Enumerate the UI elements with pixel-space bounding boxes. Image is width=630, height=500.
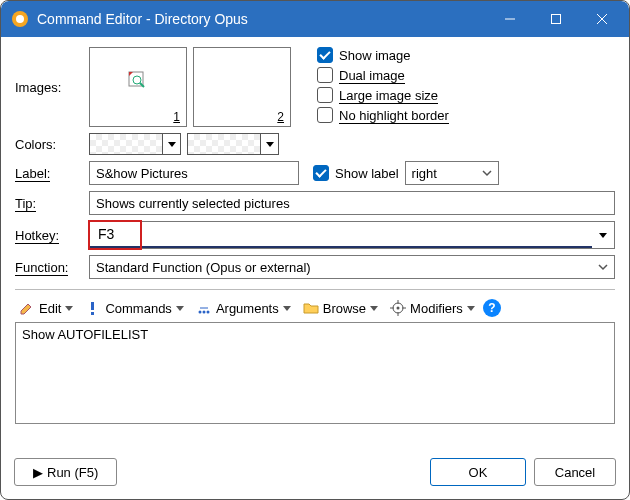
cancel-button[interactable]: Cancel: [534, 458, 616, 486]
edit-menu[interactable]: Edit: [15, 298, 77, 318]
svg-rect-10: [91, 302, 94, 310]
play-icon: ▶: [33, 465, 43, 480]
minimize-button[interactable]: [487, 1, 533, 37]
tip-input[interactable]: Shows currently selected pictures: [89, 191, 615, 215]
help-icon[interactable]: ?: [483, 299, 501, 317]
chevron-down-icon: [476, 162, 498, 184]
dual-image-label: Dual image: [339, 68, 405, 83]
show-label-text: Show label: [335, 166, 399, 181]
large-image-label: Large image size: [339, 88, 438, 103]
folder-icon: [303, 300, 319, 316]
large-image-size-checkbox[interactable]: Large image size: [317, 87, 449, 103]
ok-button[interactable]: OK: [430, 458, 526, 486]
maximize-button[interactable]: [533, 1, 579, 37]
hotkey-label: Hotkey:: [15, 228, 89, 243]
script-editor[interactable]: Show AUTOFILELIST: [15, 322, 615, 424]
svg-point-12: [198, 311, 201, 314]
svg-point-13: [202, 311, 205, 314]
arguments-icon: [196, 300, 212, 316]
svg-rect-3: [552, 15, 561, 24]
label-input[interactable]: S&how Pictures: [89, 161, 299, 185]
tip-label: Tip:: [15, 196, 89, 211]
chevron-down-icon[interactable]: [260, 134, 278, 154]
exclaim-icon: [85, 300, 101, 316]
label-label: Label:: [15, 166, 89, 181]
modifiers-menu[interactable]: Modifiers: [386, 298, 479, 318]
show-image-label: Show image: [339, 48, 411, 63]
svg-point-1: [16, 15, 24, 23]
images-label: Images:: [15, 80, 89, 95]
colors-label: Colors:: [15, 137, 89, 152]
title-bar: Command Editor - Directory Opus: [1, 1, 629, 37]
show-image-checkbox[interactable]: Show image: [317, 47, 449, 63]
run-button[interactable]: ▶Run (F5): [14, 458, 117, 486]
window-title: Command Editor - Directory Opus: [37, 11, 487, 27]
script-toolbar: Edit Commands Arguments Browse Modifiers…: [15, 296, 615, 322]
chevron-down-icon[interactable]: [162, 134, 180, 154]
svg-point-14: [206, 311, 209, 314]
commands-menu[interactable]: Commands: [81, 298, 187, 318]
svg-rect-11: [91, 312, 94, 315]
image-slot-1[interactable]: 1: [89, 47, 187, 127]
arguments-menu[interactable]: Arguments: [192, 298, 295, 318]
chevron-down-icon[interactable]: [592, 222, 614, 248]
close-button[interactable]: [579, 1, 625, 37]
hotkey-input[interactable]: F3: [89, 221, 615, 249]
browse-menu[interactable]: Browse: [299, 298, 382, 318]
divider: [15, 289, 615, 290]
magnifier-image-icon: [90, 70, 186, 95]
function-select[interactable]: Standard Function (Opus or external): [89, 255, 615, 279]
function-label: Function:: [15, 260, 89, 275]
dialog-footer: ▶Run (F5) OK Cancel: [0, 448, 630, 500]
target-icon: [390, 300, 406, 316]
show-label-checkbox[interactable]: Show label: [313, 165, 399, 181]
slot-index: 2: [277, 110, 284, 124]
no-highlight-border-checkbox[interactable]: No highlight border: [317, 107, 449, 123]
chevron-down-icon: [592, 256, 614, 278]
slot-index: 1: [173, 110, 180, 124]
svg-point-16: [397, 307, 400, 310]
label-position-select[interactable]: right: [405, 161, 499, 185]
image-slot-2[interactable]: 2: [193, 47, 291, 127]
app-icon: [11, 10, 29, 28]
pencil-icon: [19, 300, 35, 316]
dual-image-checkbox[interactable]: Dual image: [317, 67, 449, 83]
color-picker-2[interactable]: [187, 133, 279, 155]
no-highlight-label: No highlight border: [339, 108, 449, 123]
color-picker-1[interactable]: [89, 133, 181, 155]
